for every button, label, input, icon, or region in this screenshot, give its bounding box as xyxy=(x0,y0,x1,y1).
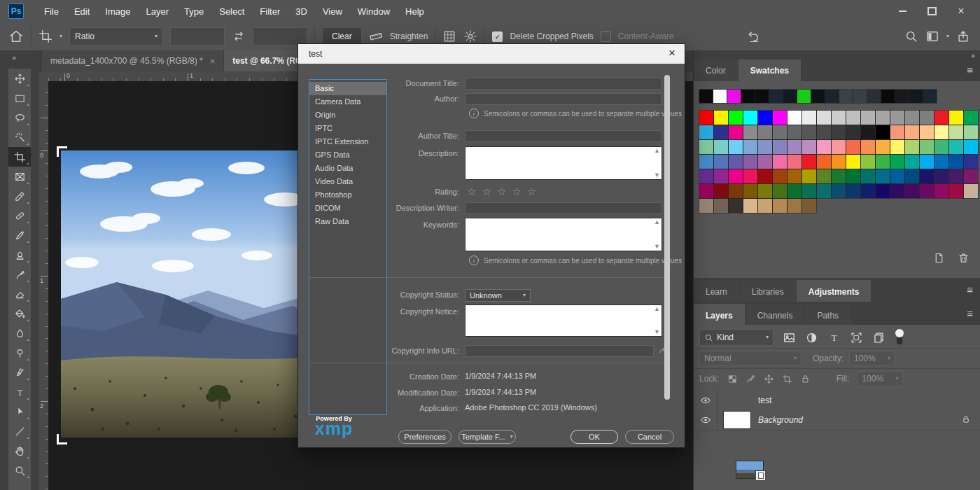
document-title-input[interactable] xyxy=(465,78,662,90)
swatch[interactable] xyxy=(788,111,802,125)
search-icon[interactable] xyxy=(904,29,918,43)
swatch[interactable] xyxy=(714,155,728,169)
swatch[interactable] xyxy=(802,184,816,198)
swatch[interactable] xyxy=(758,169,772,183)
dialog-close-icon[interactable]: × xyxy=(668,47,676,59)
swatch[interactable] xyxy=(773,155,787,169)
straighten-label[interactable]: Straighten xyxy=(390,31,428,41)
tab-swatches[interactable]: Swatches xyxy=(738,59,801,81)
tab-learn[interactable]: Learn xyxy=(694,280,739,304)
eraser-tool[interactable] xyxy=(8,284,31,304)
swatch[interactable] xyxy=(934,111,948,125)
copyright-status-select[interactable]: Unknown ▾ xyxy=(465,289,531,302)
share-icon[interactable] xyxy=(956,29,970,43)
swatch[interactable] xyxy=(890,169,904,183)
swatch[interactable] xyxy=(920,155,934,169)
swatch[interactable] xyxy=(905,111,919,125)
recent-swatch[interactable] xyxy=(839,90,853,103)
scroll-down-icon[interactable]: ▼ xyxy=(654,172,660,178)
swatch[interactable] xyxy=(846,125,860,139)
swatch[interactable] xyxy=(729,169,743,183)
swatch[interactable] xyxy=(832,125,846,139)
layer-name[interactable]: Background xyxy=(758,415,803,425)
swatch[interactable] xyxy=(905,184,919,198)
swatch[interactable] xyxy=(949,125,963,139)
pen-tool[interactable] xyxy=(8,363,31,382)
description-textarea[interactable]: ▲ ▼ xyxy=(465,146,662,180)
swatch[interactable] xyxy=(846,169,860,183)
crop-settings-gear-icon[interactable] xyxy=(463,29,477,43)
menu-3d[interactable]: 3D xyxy=(288,6,315,17)
tab-channels[interactable]: Channels xyxy=(746,304,805,327)
menu-select[interactable]: Select xyxy=(211,6,252,17)
tab-paths[interactable]: Paths xyxy=(805,304,850,327)
swatch[interactable] xyxy=(905,140,919,154)
swatch[interactable] xyxy=(832,155,846,169)
menu-edit[interactable]: Edit xyxy=(66,6,97,17)
swatch[interactable] xyxy=(788,199,802,213)
swatch[interactable] xyxy=(743,184,757,198)
swatch[interactable] xyxy=(861,155,875,169)
swatch[interactable] xyxy=(729,199,743,213)
layer-filter-kind-select[interactable]: Kind ▾ xyxy=(699,329,774,346)
delete-cropped-pixels-checkbox[interactable]: ✓ xyxy=(492,31,503,42)
swatch[interactable] xyxy=(876,155,890,169)
fill-input[interactable]: 100% ▾ xyxy=(857,371,903,386)
swatch[interactable] xyxy=(817,111,831,125)
swatch[interactable] xyxy=(920,125,934,139)
swatch[interactable] xyxy=(905,125,919,139)
trash-icon[interactable] xyxy=(958,252,969,264)
swatch[interactable] xyxy=(920,169,934,183)
crop-handle-bottom-left[interactable] xyxy=(57,434,67,444)
history-brush-tool[interactable] xyxy=(8,265,31,284)
move-tool[interactable] xyxy=(8,69,31,88)
swatch[interactable] xyxy=(699,140,713,154)
swatch[interactable] xyxy=(743,125,757,139)
panel-menu-icon[interactable]: ≡ xyxy=(967,64,973,75)
swatch[interactable] xyxy=(802,111,816,125)
crop-tool[interactable] xyxy=(8,147,31,167)
recent-swatch[interactable] xyxy=(825,90,839,103)
blend-mode-select[interactable]: Normal ▾ xyxy=(699,351,802,366)
swatch[interactable] xyxy=(729,184,743,198)
rating-stars[interactable]: ☆☆☆☆☆ xyxy=(467,186,542,197)
recent-swatch[interactable] xyxy=(783,90,797,103)
copyright-notice-textarea[interactable]: ▲ ▼ xyxy=(465,304,662,337)
document-tab-1[interactable]: metadata_1400x700 @ 45.5% (RGB/8) *× xyxy=(42,50,223,71)
swatch[interactable] xyxy=(773,140,787,154)
scroll-up-icon[interactable]: ▲ xyxy=(654,306,660,312)
swatch[interactable] xyxy=(699,199,713,213)
swatch[interactable] xyxy=(920,184,934,198)
chevron-down-icon[interactable]: ▾ xyxy=(59,34,62,39)
description-writer-input[interactable] xyxy=(465,202,662,214)
panel-menu-icon[interactable]: ≡ xyxy=(967,308,973,318)
swatch[interactable] xyxy=(743,169,757,183)
spot-healing-brush-tool[interactable] xyxy=(8,206,31,225)
visibility-toggle[interactable] xyxy=(694,410,718,430)
preferences-button[interactable]: Preferences xyxy=(398,430,451,444)
filter-adjustment-layers-icon[interactable] xyxy=(805,331,818,344)
recent-swatch[interactable] xyxy=(881,90,895,103)
close-button[interactable]: × xyxy=(946,1,976,22)
recent-swatch[interactable] xyxy=(797,90,811,103)
scroll-down-icon[interactable]: ▼ xyxy=(654,244,660,250)
frame-tool[interactable] xyxy=(8,167,31,186)
filter-pixel-layers-icon[interactable] xyxy=(783,331,796,344)
new-swatch-icon[interactable] xyxy=(933,252,945,264)
tab-color[interactable]: Color xyxy=(694,59,738,81)
swatch[interactable] xyxy=(949,184,963,198)
workspace-icon[interactable] xyxy=(925,29,939,43)
lasso-tool[interactable] xyxy=(8,108,31,127)
collapse-panels-icon[interactable]: » xyxy=(971,51,974,59)
layer-thumbnail[interactable] xyxy=(724,412,750,428)
content-aware-checkbox[interactable] xyxy=(601,31,611,42)
swatch[interactable] xyxy=(890,125,904,139)
swatch[interactable] xyxy=(773,184,787,198)
chevron-down-icon[interactable]: ▾ xyxy=(946,34,949,39)
clone-stamp-tool[interactable] xyxy=(8,245,31,265)
lock-all-icon[interactable] xyxy=(800,374,811,384)
swatch[interactable] xyxy=(846,155,860,169)
swatch[interactable] xyxy=(699,184,713,198)
recent-swatch[interactable] xyxy=(727,90,741,103)
swatch[interactable] xyxy=(729,111,743,125)
